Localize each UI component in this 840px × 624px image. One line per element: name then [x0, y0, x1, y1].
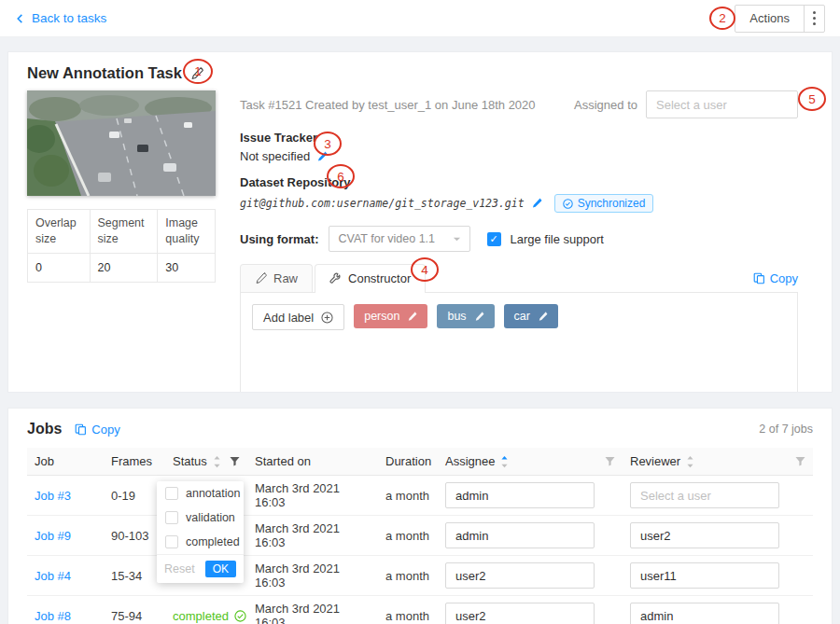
assignee-sort-icon[interactable] — [500, 455, 509, 468]
label-tag-car[interactable]: car — [504, 304, 558, 328]
tab-raw[interactable]: Raw — [240, 264, 313, 292]
annotation-checkbox[interactable] — [165, 487, 178, 500]
job-9-link[interactable]: Job #9 — [35, 529, 71, 543]
reviewer-sort-icon[interactable] — [686, 455, 694, 468]
edit-label-bus-icon[interactable] — [474, 312, 484, 322]
job-8-started: March 3rd 2021 16:03 — [247, 596, 378, 624]
filter-option-validation-label: validation — [186, 511, 235, 524]
job-9-reviewer-input[interactable] — [630, 522, 779, 548]
back-to-tasks-link[interactable]: Back to tasks — [15, 11, 106, 25]
column-header-assignee: Assignee — [445, 454, 495, 468]
table-row-job4: Job #4 15-34 March 3rd 2021 16:03 a mont… — [27, 556, 813, 596]
copy-jobs-label: Copy — [91, 423, 119, 437]
task-preview-image — [27, 90, 216, 196]
job-4-started: March 3rd 2021 16:03 — [247, 556, 378, 596]
sync-status-badge[interactable]: Synchronized — [554, 194, 654, 213]
assigned-to-group: Assigned to — [574, 90, 798, 118]
label-car-name: car — [514, 310, 530, 323]
column-header-duration: Duration — [378, 448, 438, 476]
table-row-job3: Job #3 0-19 March 3rd 2021 16:03 a month — [27, 476, 813, 516]
assigned-to-label: Assigned to — [574, 98, 637, 112]
job-4-link[interactable]: Job #4 — [35, 569, 71, 583]
filter-reset-button[interactable]: Reset — [164, 562, 195, 575]
issue-tracker-value: Not specified — [240, 149, 310, 163]
edit-label-car-icon[interactable] — [538, 312, 548, 322]
job-8-link[interactable]: Job #8 — [35, 609, 71, 623]
sync-badge-label: Synchronized — [578, 197, 646, 210]
task-details-card: New Annotation Task — [7, 51, 833, 393]
chevron-left-icon — [15, 13, 25, 24]
column-header-started: Started on — [247, 448, 378, 476]
param-header-overlap: Overlap size — [28, 210, 91, 254]
job-4-reviewer-input[interactable] — [630, 562, 779, 589]
job-9-assignee-input[interactable] — [445, 522, 595, 548]
job-8-duration: a month — [378, 596, 438, 624]
using-format-label: Using format: — [240, 232, 319, 246]
dataset-repository-url: git@github.com:username/git_storage_v123… — [240, 197, 525, 210]
topbar: Back to tasks Actions — [0, 0, 840, 37]
edit-issue-tracker-icon[interactable] — [316, 151, 328, 162]
job-8-status: completed — [173, 609, 240, 623]
actions-button-group: Actions — [735, 5, 825, 33]
copy-icon — [75, 423, 87, 436]
back-to-tasks-label: Back to tasks — [32, 11, 106, 25]
filter-option-completed-label: completed — [186, 535, 240, 548]
large-file-support-label: Large file support — [511, 232, 604, 246]
dataset-repository-label: Dataset Repository — [240, 175, 798, 189]
column-header-frames: Frames — [104, 448, 165, 476]
job-3-link[interactable]: Job #3 — [35, 489, 71, 503]
plus-circle-icon — [321, 312, 333, 324]
format-row: Using format: CVAT for video 1.1 ✓ Large… — [240, 226, 798, 252]
copy-labels-button[interactable]: Copy — [753, 271, 798, 285]
tab-constructor[interactable]: Constructor — [315, 264, 426, 292]
table-row-job9: Job #9 90-103 March 3rd 2021 16:03 a mon… — [27, 516, 813, 556]
job-8-assignee-input[interactable] — [445, 603, 595, 624]
status-filter-dropdown: annotation validation completed Reset OK — [157, 481, 244, 583]
chevron-down-icon — [453, 235, 461, 243]
filter-option-completed[interactable]: completed — [157, 530, 244, 554]
copy-jobs-button[interactable]: Copy — [75, 423, 119, 437]
validation-checkbox[interactable] — [165, 511, 178, 524]
task-meta-row: Task #1521 Created by test_user_1 on Jun… — [240, 90, 798, 118]
raw-pencil-icon — [255, 272, 267, 284]
edit-task-name-icon[interactable] — [190, 67, 203, 80]
filter-option-annotation[interactable]: annotation — [157, 481, 244, 506]
task-assignee-select[interactable] — [646, 90, 798, 118]
add-label-button[interactable]: Add label — [252, 304, 344, 330]
job-3-reviewer-input[interactable] — [630, 482, 779, 508]
edit-label-person-icon[interactable] — [407, 312, 417, 322]
task-meta-text: Task #1521 Created by test_user_1 on Jun… — [240, 98, 536, 112]
label-person-name: person — [364, 310, 399, 323]
task-title: New Annotation Task — [27, 64, 182, 82]
task-right-column: Task #1521 Created by test_user_1 on Jun… — [240, 90, 813, 393]
actions-button[interactable]: Actions — [735, 6, 804, 32]
copy-labels-label: Copy — [770, 271, 798, 285]
column-header-status: Status — [173, 454, 207, 468]
assignee-filter-icon[interactable] — [605, 456, 615, 466]
large-file-support-checkbox[interactable]: ✓ — [487, 232, 501, 246]
job-3-assignee-input[interactable] — [445, 482, 595, 508]
jobs-title: Jobs — [27, 421, 62, 437]
completed-checkbox[interactable] — [165, 535, 178, 548]
reviewer-filter-icon[interactable] — [795, 456, 805, 466]
table-row-job8: Job #8 75-94 completed March 3rd 2021 16… — [27, 596, 813, 624]
param-value-quality: 30 — [158, 254, 216, 283]
label-tag-person[interactable]: person — [354, 304, 427, 328]
dataset-repository-block: Dataset Repository git@github.com:userna… — [240, 175, 798, 213]
format-select[interactable]: CVAT for video 1.1 — [329, 226, 470, 252]
task-parameters-table: Overlap size Segment size Image quality … — [27, 209, 216, 283]
edit-repository-icon[interactable] — [531, 198, 542, 209]
filter-option-validation[interactable]: validation — [157, 506, 244, 530]
status-sort-icon[interactable] — [213, 455, 221, 468]
filter-ok-button[interactable]: OK — [205, 561, 236, 577]
actions-more-button[interactable] — [804, 6, 824, 32]
format-select-value: CVAT for video 1.1 — [339, 232, 436, 245]
label-tag-bus[interactable]: bus — [437, 304, 494, 328]
task-left-column: Overlap size Segment size Image quality … — [27, 90, 216, 393]
add-label-text: Add label — [263, 311, 314, 325]
status-filter-icon[interactable] — [230, 456, 240, 466]
job-8-frames: 75-94 — [104, 596, 165, 624]
job-4-assignee-input[interactable] — [445, 562, 595, 589]
labels-constructor-panel: Add label person bus — [240, 293, 798, 393]
job-8-reviewer-input[interactable] — [630, 603, 779, 624]
